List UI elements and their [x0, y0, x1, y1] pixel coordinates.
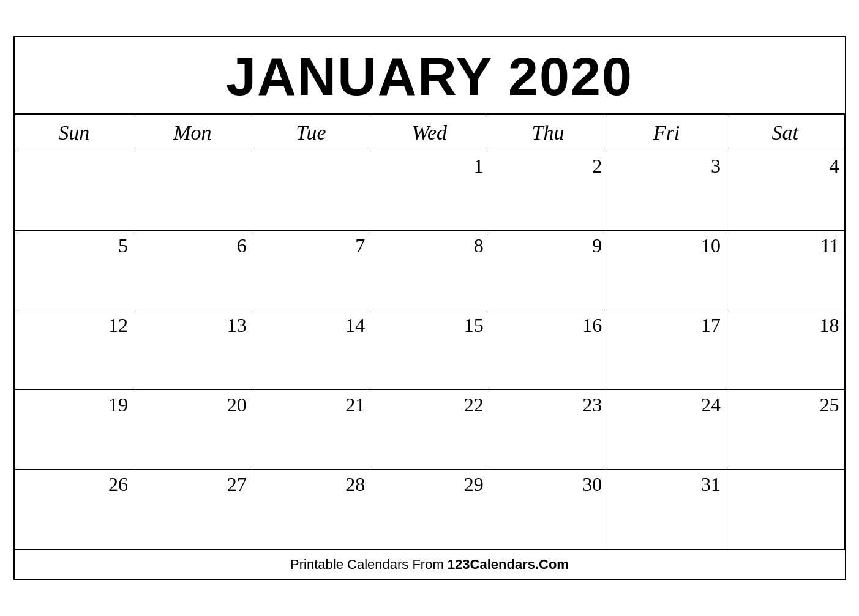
day-number: 29 [375, 473, 484, 496]
day-header-fri: Fri [607, 115, 726, 151]
calendar-cell: 15 [370, 310, 489, 390]
calendar-cell: 26 [15, 470, 133, 549]
calendar-cell: 31 [607, 470, 726, 549]
day-number: 24 [612, 394, 721, 416]
calendar-cell: 4 [726, 151, 844, 231]
calendar-week-row: 12131415161718 [15, 310, 844, 390]
calendar-footer: Printable Calendars From 123Calendars.Co… [15, 549, 845, 579]
calendar-cell: 1 [370, 151, 489, 231]
calendar-cell: 10 [607, 231, 726, 310]
day-number: 17 [612, 314, 721, 337]
day-number: 23 [494, 394, 602, 416]
calendar-cell: 8 [370, 231, 489, 310]
day-number: 16 [494, 314, 602, 337]
day-number: 15 [375, 314, 484, 337]
calendar-container: JANUARY 2020 SunMonTueWedThuFriSat 12345… [13, 36, 846, 580]
calendar-cell: 9 [489, 231, 607, 310]
calendar-cell: 28 [252, 470, 370, 549]
day-number: 6 [138, 235, 247, 257]
calendar-table: SunMonTueWedThuFriSat 123456789101112131… [15, 115, 845, 549]
calendar-cell: 18 [726, 310, 844, 390]
calendar-cell: 27 [133, 470, 252, 549]
day-number: 31 [612, 473, 721, 496]
calendar-title: JANUARY 2020 [15, 37, 845, 115]
day-number: 10 [612, 235, 721, 257]
calendar-cell [133, 151, 252, 231]
calendar-cell: 5 [15, 231, 133, 310]
calendar-cell: 13 [133, 310, 252, 390]
day-number: 13 [138, 314, 247, 337]
calendar-cell: 30 [489, 470, 607, 549]
calendar-cell: 19 [15, 390, 133, 470]
day-header-thu: Thu [489, 115, 607, 151]
day-number: 14 [257, 314, 366, 337]
calendar-cell: 17 [607, 310, 726, 390]
calendar-cell: 21 [252, 390, 370, 470]
footer-text: Printable Calendars From [290, 557, 448, 572]
calendar-week-row: 262728293031 [15, 470, 844, 549]
day-header-wed: Wed [370, 115, 489, 151]
day-header-sat: Sat [726, 115, 844, 151]
calendar-cell: 22 [370, 390, 489, 470]
day-number: 5 [20, 235, 129, 257]
day-number: 28 [257, 473, 366, 496]
day-number: 22 [375, 394, 484, 416]
calendar-week-row: 1234 [15, 151, 844, 231]
calendar-cell: 3 [607, 151, 726, 231]
day-number: 30 [494, 473, 602, 496]
day-number: 9 [494, 235, 602, 257]
day-number: 18 [731, 314, 839, 337]
calendar-cell [726, 470, 844, 549]
calendar-cell: 2 [489, 151, 607, 231]
calendar-cell: 7 [252, 231, 370, 310]
calendar-cell: 23 [489, 390, 607, 470]
calendar-cell: 29 [370, 470, 489, 549]
calendar-cell: 25 [726, 390, 844, 470]
day-number: 26 [20, 473, 129, 496]
day-number: 8 [375, 235, 484, 257]
day-number: 19 [20, 394, 129, 416]
day-number: 20 [138, 394, 247, 416]
day-number: 7 [257, 235, 366, 257]
footer-brand: 123Calendars.Com [448, 557, 569, 572]
calendar-cell [252, 151, 370, 231]
day-number: 3 [612, 155, 721, 178]
day-header-tue: Tue [252, 115, 370, 151]
calendar-cell: 12 [15, 310, 133, 390]
calendar-cell: 16 [489, 310, 607, 390]
day-headers-row: SunMonTueWedThuFriSat [15, 115, 844, 151]
calendar-cell: 20 [133, 390, 252, 470]
day-number: 27 [138, 473, 247, 496]
day-number: 12 [20, 314, 129, 337]
day-header-sun: Sun [15, 115, 133, 151]
calendar-cell: 6 [133, 231, 252, 310]
calendar-week-row: 567891011 [15, 231, 844, 310]
day-number: 25 [731, 394, 839, 416]
day-number: 2 [494, 155, 602, 178]
calendar-week-row: 19202122232425 [15, 390, 844, 470]
calendar-cell: 24 [607, 390, 726, 470]
calendar-cell: 11 [726, 231, 844, 310]
day-number: 1 [375, 155, 484, 178]
day-number: 11 [731, 235, 839, 257]
day-number: 4 [731, 155, 839, 178]
day-number: 21 [257, 394, 366, 416]
calendar-cell [15, 151, 133, 231]
calendar-cell: 14 [252, 310, 370, 390]
day-header-mon: Mon [133, 115, 252, 151]
